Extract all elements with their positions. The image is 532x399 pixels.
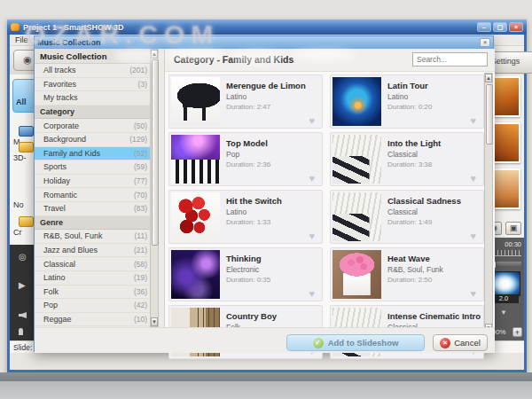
sidebar-scrollbar[interactable]: ▲ ▼: [150, 49, 159, 327]
track-count: (201): [129, 66, 150, 74]
sidebar-label: Genre: [35, 218, 63, 227]
track-card[interactable]: Classical SadnessClassicalDuration: 1:49…: [330, 190, 484, 244]
sidebar-item-latino[interactable]: Latino(19): [35, 271, 150, 286]
scroll-up-icon[interactable]: ▲: [485, 74, 492, 82]
track-duration: Duration: 2:36: [226, 160, 270, 168]
sidebar-label: Pop: [35, 301, 58, 309]
album-icon: [19, 126, 34, 137]
close-button[interactable]: ×: [509, 22, 523, 32]
play-icon[interactable]: ▶: [19, 280, 26, 290]
track-duration: Duration: 0:35: [226, 276, 270, 284]
piano-sheet-thumbnail: [332, 192, 381, 241]
sidebar-item-pop[interactable]: Pop(42): [35, 299, 150, 313]
sidebar-section: Category: [35, 106, 150, 120]
sidebar-item-sports[interactable]: Sports(59): [35, 160, 150, 175]
sidebar-item-jazz-and-blues[interactable]: Jazz and Blues(21): [35, 244, 150, 258]
heart-icon[interactable]: ♥: [470, 231, 476, 241]
track-card[interactable]: Merengue de LimonLatinoDuration: 2:47♥: [168, 74, 323, 129]
scroll-down-icon[interactable]: ▼: [151, 317, 158, 326]
window-title: Project 1 - SmartSHOW 3D: [23, 23, 124, 32]
track-duration: Duration: 2:50: [387, 276, 432, 284]
sidebar-item-corporate[interactable]: Corporate(50): [35, 119, 150, 133]
dialog-close-icon[interactable]: ×: [480, 38, 490, 47]
sidebar-item-classical[interactable]: Classical(58): [35, 257, 150, 271]
track-genre: Pop: [226, 150, 239, 159]
sidebar-label: My tracks: [35, 93, 78, 102]
zoom-in-button[interactable]: +: [512, 327, 522, 337]
concert-lights-thumbnail: [171, 250, 220, 299]
track-count: (77): [134, 176, 150, 185]
grand-piano-thumbnail: [171, 77, 220, 126]
search-input[interactable]: [412, 52, 488, 66]
track-count: (70): [134, 191, 150, 200]
music-sidebar: Music CollectionAll tracks(201)Favorites…: [35, 49, 165, 327]
track-title: Heat Wave: [387, 254, 430, 263]
sidebar-label: Music Collection: [35, 51, 106, 61]
menu-file[interactable]: File: [15, 35, 28, 44]
sidebar-item-travel[interactable]: Travel(83): [35, 202, 150, 216]
heart-icon[interactable]: ♥: [309, 231, 315, 241]
colorful-keys-thumbnail: [171, 135, 220, 184]
track-count: (52): [134, 149, 150, 158]
track-count: (42): [134, 301, 150, 309]
sidebar-item-favorites[interactable]: Favorites(3): [35, 78, 150, 92]
scrollbar-thumb[interactable]: [152, 59, 159, 246]
sidebar-item-fragment[interactable]: 3D-: [13, 142, 34, 162]
track-card[interactable]: Top ModelPopDuration: 2:36♥: [168, 132, 323, 186]
sidebar-item-my-tracks[interactable]: My tracks: [35, 91, 150, 106]
sidebar-item-fragment[interactable]: No: [13, 200, 24, 209]
cancel-x-icon: ×: [440, 338, 450, 348]
sidebar-item-all-tracks[interactable]: All tracks(201): [35, 64, 150, 78]
sidebar-item-background[interactable]: Background(129): [35, 133, 150, 147]
maximize-button[interactable]: ▢: [493, 22, 507, 32]
tracks-scrollbar[interactable]: ▲ ▼: [484, 73, 493, 333]
track-card[interactable]: Into the LightClassicalDuration: 3:38♥: [330, 132, 484, 186]
track-card[interactable]: Latin TourLatinoDuration: 0:20♥: [330, 74, 484, 129]
chevron-down-icon[interactable]: ▼: [500, 309, 507, 317]
track-count: (83): [134, 204, 150, 213]
sidebar-item-fragment[interactable]: Cr: [13, 216, 34, 237]
dialog-titlebar[interactable]: Music Collection ×: [35, 36, 493, 49]
mic-icon[interactable]: [19, 328, 23, 335]
track-genre: R&B, Soul, Funk: [387, 265, 443, 274]
heart-icon[interactable]: ♥: [309, 115, 315, 126]
sidebar-item-holiday[interactable]: Holiday(77): [35, 175, 150, 189]
heart-icon[interactable]: ♥: [470, 173, 476, 184]
track-card[interactable]: Heat WaveR&B, Soul, FunkDuration: 2:50♥: [330, 247, 484, 301]
sidebar-label: Family and Kids: [35, 149, 100, 158]
sidebar-item-r-b-soul-funk[interactable]: R&B, Soul, Funk(11): [35, 230, 150, 244]
cancel-button[interactable]: × Cancel: [433, 334, 488, 351]
sidebar-item-family-and-kids[interactable]: Family and Kids(52): [35, 147, 150, 161]
tab-all-photos-label: All: [16, 98, 27, 106]
track-duration: Duration: 2:47: [226, 103, 270, 111]
frame-icon[interactable]: ▣: [505, 222, 521, 235]
track-duration: Duration: 1:49: [387, 218, 432, 226]
track-genre: Latino: [226, 92, 246, 101]
track-title: Classical Sadness: [387, 196, 461, 206]
minimize-button[interactable]: –: [477, 22, 491, 32]
heart-icon[interactable]: ♥: [470, 115, 476, 126]
heart-icon[interactable]: ♥: [309, 173, 315, 184]
sidebar-label: Travel: [35, 204, 66, 213]
app-titlebar[interactable]: Project 1 - SmartSHOW 3D – ▢ ×: [7, 20, 527, 35]
speaker-icon[interactable]: [19, 312, 27, 318]
heart-icon[interactable]: ♥: [309, 288, 315, 299]
track-duration: Duration: 3:38: [387, 160, 432, 168]
red-roses-thumbnail: [171, 192, 220, 241]
record-icon[interactable]: ◎: [19, 252, 27, 262]
track-genre: Latino: [226, 207, 246, 216]
tracks-content: Category - Family and Kids Merengue de L…: [165, 49, 495, 352]
sidebar-item-reggae[interactable]: Reggae(10): [35, 313, 150, 327]
scrollbar-thumb[interactable]: [486, 84, 493, 145]
desktop: Project 1 - SmartSHOW 3D – ▢ × File Edit…: [0, 0, 532, 399]
track-card[interactable]: ThinkingElectronicDuration: 0:35♥: [168, 247, 323, 301]
sidebar-item-romantic[interactable]: Romantic(70): [35, 188, 150, 202]
track-count: (50): [134, 121, 150, 130]
track-card[interactable]: Hit the SwitchLatinoDuration: 1:33♥: [168, 190, 323, 244]
track-title: Top Model: [226, 138, 268, 148]
heart-icon[interactable]: ♥: [470, 288, 476, 299]
scroll-up-icon[interactable]: ▲: [151, 50, 158, 59]
track-title: Into the Light: [387, 138, 441, 148]
add-to-slideshow-button[interactable]: ✓ Add to Slideshow: [286, 334, 425, 351]
sidebar-item-folk[interactable]: Folk(36): [35, 286, 150, 300]
